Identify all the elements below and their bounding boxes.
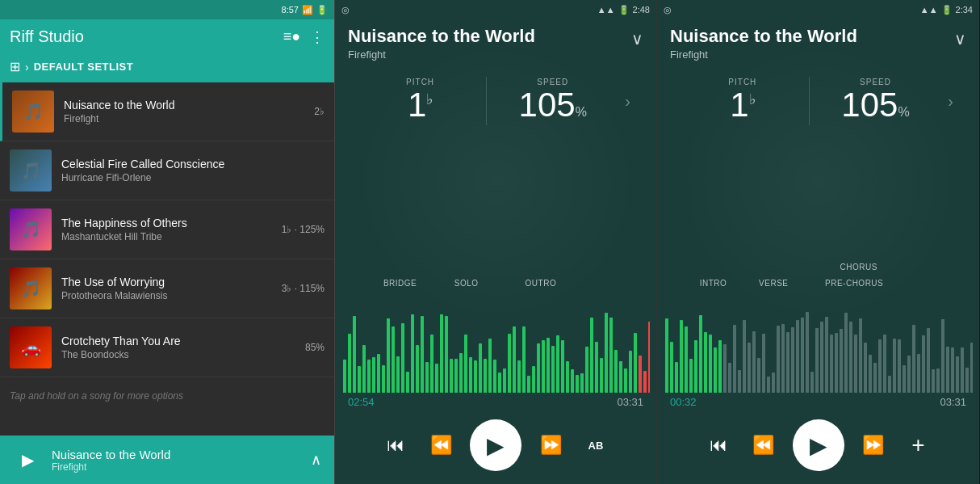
time-current-2: 02:54 <box>348 396 375 408</box>
status-time-2: 2:48 <box>633 5 650 15</box>
song-thumb-2: 🎵 <box>10 149 52 191</box>
pitch-speed-row-2: PITCH 1♭ SPEED 105% › <box>335 64 656 132</box>
mini-title: Nuisance to the World <box>52 448 301 461</box>
waveform-3[interactable] <box>664 288 973 393</box>
ab-button-2[interactable]: AB <box>580 429 612 461</box>
song-artist-2: Hurricane Fifi-Orlene <box>61 172 325 183</box>
player-chevron-icon-2[interactable]: ∨ <box>631 29 643 48</box>
settings-icon[interactable]: ≡● <box>283 28 300 45</box>
expand-arrow-icon-3[interactable]: › <box>941 92 960 111</box>
time-current-3: 00:32 <box>670 396 697 408</box>
breadcrumb-label: DEFAULT SETLIST <box>34 61 134 73</box>
mini-play-button[interactable]: ▶ <box>13 445 42 474</box>
speed-block-2[interactable]: SPEED 105% <box>487 78 618 124</box>
pitch-block-2[interactable]: PITCH 1♭ <box>354 78 486 124</box>
song-artist-5: The Boondocks <box>61 349 305 360</box>
time-total-2: 03:31 <box>617 396 643 408</box>
skip-back-button-3[interactable]: ⏮ <box>702 429 735 461</box>
status-time-1: 8:57 <box>282 5 299 15</box>
speed-block-3[interactable]: SPEED 105% <box>810 78 942 124</box>
waveform-area-2[interactable]: BRIDGE SOLO OUTRO 02:54 03:31 <box>335 132 656 411</box>
battery-icon-3: 🔋 <box>941 5 953 15</box>
play-pause-button-2[interactable]: ▶ <box>470 419 521 471</box>
player-title-area-2: Nuisance to the World Firefight <box>348 26 535 61</box>
section-labels-3: CHORUS INTRO VERSE PRE-CHORUS <box>670 247 966 288</box>
waveform-area-3[interactable]: CHORUS INTRO VERSE PRE-CHORUS 00:32 03:3… <box>657 132 979 411</box>
song-title-4: The Use of Worrying <box>61 276 282 288</box>
status-bar-2: ◎ ▲▲ 🔋 2:48 <box>335 0 656 19</box>
pitch-value-2: 1♭ <box>354 86 486 124</box>
song-list: 🎵 Nuisance to the World Firefight 2♭ 🎵 C… <box>0 82 334 436</box>
header-icons: ≡● ⋮ <box>283 28 325 46</box>
pitch-value-3: 1♭ <box>676 86 809 124</box>
song-thumb-3: 🎵 <box>10 208 52 250</box>
forward-button-2[interactable]: ⏩ <box>534 429 567 461</box>
rewind-button-3[interactable]: ⏪ <box>748 429 780 461</box>
status-bar-1: 8:57 📶 🔋 <box>0 0 334 19</box>
pitch-block-3[interactable]: PITCH 1♭ <box>676 78 809 124</box>
more-icon[interactable]: ⋮ <box>310 28 325 46</box>
song-meta-5: 85% <box>305 342 325 353</box>
controls-row-3: ⏮ ⏪ ▶ ⏩ + <box>657 411 979 484</box>
song-item-3[interactable]: 🎵 The Happiness of Others Mashantucket H… <box>0 200 334 259</box>
mini-expand-icon[interactable]: ∧ <box>311 451 321 469</box>
waveform-2[interactable] <box>341 288 650 393</box>
section-verse: VERSE <box>759 279 788 288</box>
song-item-5[interactable]: 🚗 Crotchety Than You Are The Boondocks 8… <box>0 318 334 377</box>
play-pause-button-3[interactable]: ▶ <box>793 419 844 471</box>
player-title-2: Nuisance to the World <box>348 26 535 47</box>
section-chorus: CHORUS <box>840 263 877 271</box>
battery-icon: 🔋 <box>316 5 328 15</box>
player-header-2: Nuisance to the World Firefight ∨ <box>335 19 656 64</box>
wifi-icon-3: ▲▲ <box>920 5 938 15</box>
section-solo: SOLO <box>454 279 479 288</box>
rewind-button-2[interactable]: ⏪ <box>425 429 457 461</box>
screen-player-1: ◎ ▲▲ 🔋 2:48 Nuisance to the World Firefi… <box>335 0 657 484</box>
song-artist-1: Firefight <box>64 113 314 124</box>
song-info-5: Crotchety Than You Are The Boondocks <box>61 335 305 360</box>
expand-arrow-icon-2[interactable]: › <box>618 92 637 111</box>
section-bridge: BRIDGE <box>383 279 417 288</box>
song-meta-3: 1♭ · 125% <box>282 224 325 235</box>
grid-icon[interactable]: ⊞ <box>10 59 20 74</box>
time-row-2: 02:54 03:31 <box>341 393 650 411</box>
app-title: Riff Studio <box>10 27 84 46</box>
player-chevron-icon-3[interactable]: ∨ <box>954 29 966 48</box>
location-icon: ◎ <box>341 5 350 15</box>
song-info-2: Celestial Fire Called Conscience Hurrica… <box>61 158 325 183</box>
speed-value-2: 105% <box>487 86 618 124</box>
song-info-4: The Use of Worrying Prototheora Malawien… <box>61 276 282 301</box>
screen-player-2: ◎ ▲▲ 🔋 2:34 Nuisance to the World Firefi… <box>657 0 979 484</box>
song-item-4[interactable]: 🎵 The Use of Worrying Prototheora Malawi… <box>0 259 334 318</box>
song-thumb-4: 🎵 <box>10 267 52 309</box>
song-title-3: The Happiness of Others <box>61 217 282 229</box>
song-title-2: Celestial Fire Called Conscience <box>61 158 325 170</box>
breadcrumb-chevron-icon: › <box>25 61 29 74</box>
mini-info: Nuisance to the World Firefight <box>52 448 301 473</box>
song-item-2[interactable]: 🎵 Celestial Fire Called Conscience Hurri… <box>0 141 334 200</box>
song-title-5: Crotchety Than You Are <box>61 335 305 347</box>
player-title-area-3: Nuisance to the World Firefight <box>670 26 857 61</box>
player-header-3: Nuisance to the World Firefight ∨ <box>657 19 979 64</box>
player-artist-2: Firefight <box>348 48 535 61</box>
forward-button-3[interactable]: ⏩ <box>857 429 890 461</box>
plus-button-3[interactable]: + <box>903 429 935 461</box>
song-thumb-5: 🚗 <box>10 326 52 368</box>
song-item-1[interactable]: 🎵 Nuisance to the World Firefight 2♭ <box>0 82 334 141</box>
section-prechorus: PRE-CHORUS <box>825 279 883 288</box>
section-intro: INTRO <box>700 279 727 288</box>
time-total-3: 03:31 <box>940 396 966 408</box>
section-labels-2: BRIDGE SOLO OUTRO <box>348 263 643 288</box>
status-bar-3: ◎ ▲▲ 🔋 2:34 <box>657 0 979 19</box>
song-meta-4: 3♭ · 115% <box>282 283 325 294</box>
app-header: Riff Studio ≡● ⋮ <box>0 19 334 54</box>
skip-back-button-2[interactable]: ⏮ <box>379 429 412 461</box>
status-time-3: 2:34 <box>956 5 973 15</box>
section-outro: OUTRO <box>526 279 557 288</box>
song-info-3: The Happiness of Others Mashantucket Hil… <box>61 217 282 242</box>
tap-hint: Tap and hold on a song for more options <box>0 377 334 415</box>
mini-player[interactable]: ▶ Nuisance to the World Firefight ∧ <box>0 436 334 484</box>
wifi-icon: 📶 <box>302 5 313 15</box>
song-artist-3: Mashantucket Hill Tribe <box>61 231 282 242</box>
song-thumb-1: 🎵 <box>12 90 54 133</box>
